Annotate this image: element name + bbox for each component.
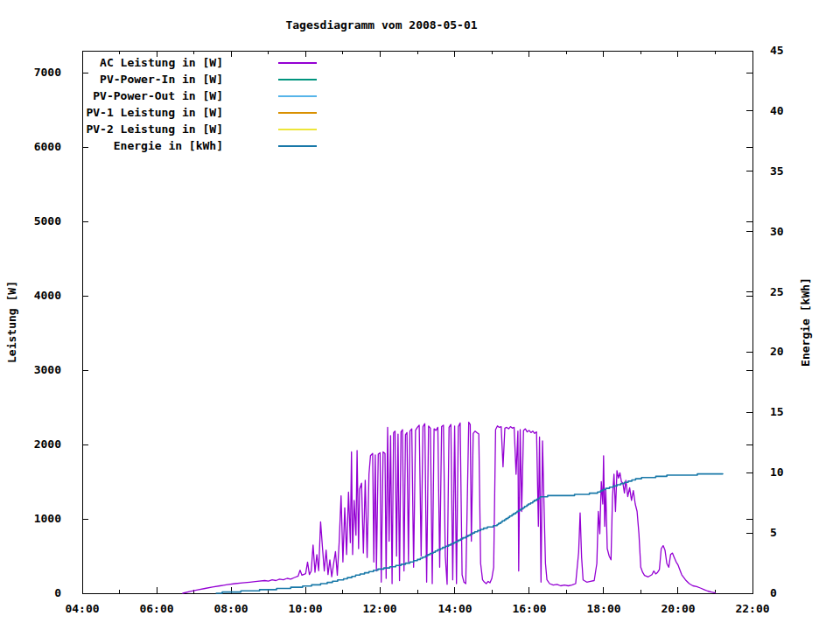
y1-tick-label: 6000 xyxy=(7,141,61,153)
y1-tick-label: 0 xyxy=(7,587,61,599)
legend-item-pv-power-out: PV-Power-Out in [W] xyxy=(0,89,332,106)
legend-label: Energie in [kWh] xyxy=(114,139,223,152)
y2-tick-label: 25 xyxy=(770,286,822,298)
legend-line-sample xyxy=(278,112,317,114)
legend-item-pv1-leistung: PV-1 Leistung in [W] xyxy=(0,106,332,122)
y2-tick-label: 35 xyxy=(770,165,822,178)
y1-tick-label: 3000 xyxy=(7,364,61,376)
x-tick-label: 18:00 xyxy=(572,603,635,615)
x-tick-label: 10:00 xyxy=(274,603,337,615)
legend-label: PV-1 Leistung in [W] xyxy=(86,106,223,119)
x-tick-label: 08:00 xyxy=(200,603,262,615)
x-tick-label: 16:00 xyxy=(498,603,561,615)
x-tick-label: 22:00 xyxy=(721,603,784,615)
y2-tick-label: 30 xyxy=(770,226,822,238)
legend-label: PV-2 Leistung in [W] xyxy=(86,122,223,136)
y1-tick-label: 4000 xyxy=(7,290,61,302)
y2-tick-label: 15 xyxy=(770,406,822,418)
legend-line-sample xyxy=(278,62,317,64)
y2-tick-label: 20 xyxy=(770,346,822,358)
gnuplot-day-chart: Tagesdiagramm vom 2008-05-01 Leistung [W… xyxy=(0,0,840,630)
series-ac-leistung-in-w-line xyxy=(183,423,716,594)
y1-tick-label: 1000 xyxy=(7,513,61,525)
legend-label: AC Leistung in [W] xyxy=(100,56,223,69)
legend-label: PV-Power-Out in [W] xyxy=(93,89,223,102)
legend-label: PV-Power-In in [W] xyxy=(100,73,223,86)
y2-tick-label: 5 xyxy=(770,527,822,539)
y1-tick-label: 2000 xyxy=(7,438,61,451)
y2-tick-label: 10 xyxy=(770,466,822,479)
y1-tick-label: 5000 xyxy=(7,215,61,228)
x-tick-label: 20:00 xyxy=(647,603,710,615)
legend-line-sample xyxy=(278,79,317,80)
x-tick-label: 04:00 xyxy=(51,603,114,615)
legend-line-sample xyxy=(278,129,317,130)
y2-tick-label: 0 xyxy=(770,587,822,599)
legend-line-sample xyxy=(278,145,317,147)
y2-tick-label: 40 xyxy=(770,105,822,117)
series-energie-in-kwh-line xyxy=(216,474,723,593)
x-tick-label: 14:00 xyxy=(424,603,486,615)
legend-item-pv2-leistung: PV-2 Leistung in [W] xyxy=(0,122,332,139)
y2-tick-label: 45 xyxy=(770,45,822,57)
legend-line-sample xyxy=(278,95,317,97)
x-tick-label: 06:00 xyxy=(125,603,188,615)
y1-tick-label: 7000 xyxy=(7,66,61,79)
x-tick-label: 12:00 xyxy=(348,603,411,615)
